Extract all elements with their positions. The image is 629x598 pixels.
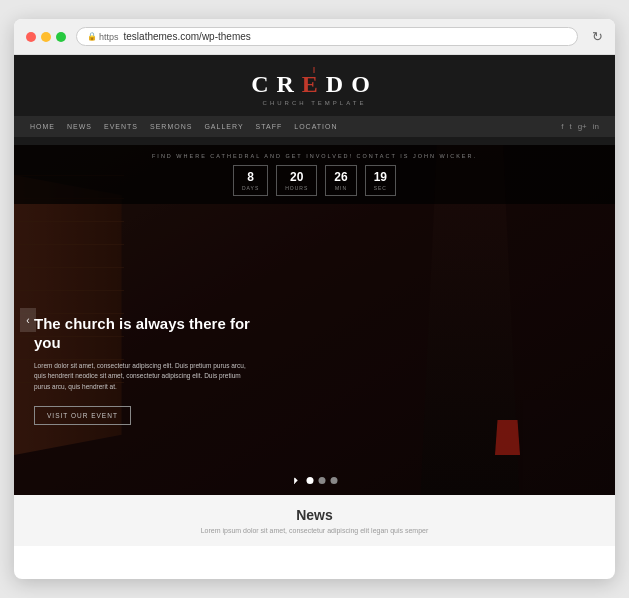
- countdown-minutes: 26 MIN: [325, 165, 356, 196]
- nav-links: HOME NEWS EVENTS SERMONS GALLERY STAFF L…: [30, 123, 338, 130]
- countdown-hours-label: HOURS: [285, 185, 308, 191]
- traffic-light-red[interactable]: [26, 32, 36, 42]
- countdown-days: 8 DAYS: [233, 165, 268, 196]
- traffic-light-yellow[interactable]: [41, 32, 51, 42]
- logo-text-after: DO: [326, 71, 378, 97]
- countdown-subtitle: FIND WHERE CATHEDRAL AND GET INVOLVED! C…: [152, 153, 477, 159]
- countdown-hours: 20 HOURS: [276, 165, 317, 196]
- nav-staff[interactable]: STAFF: [256, 123, 283, 130]
- lock-icon: 🔒: [87, 32, 97, 41]
- hero-section: FIND WHERE CATHEDRAL AND GET INVOLVED! C…: [14, 145, 615, 495]
- refresh-button[interactable]: ↻: [592, 29, 603, 44]
- https-badge: 🔒 https: [87, 32, 119, 42]
- logo-text-before: CR: [251, 71, 302, 97]
- logo-text-accent: E: [302, 71, 326, 97]
- url-text: teslathemes.com/wp-themes: [124, 31, 251, 42]
- site-header: CREDO CHURCH TEMPLATE HOME NEWS EVENTS S…: [14, 55, 615, 145]
- nav-location[interactable]: LOCATION: [294, 123, 337, 130]
- linkedin-icon[interactable]: in: [593, 122, 599, 131]
- facebook-icon[interactable]: f: [561, 122, 563, 131]
- nav-gallery[interactable]: GALLERY: [204, 123, 243, 130]
- traffic-light-green[interactable]: [56, 32, 66, 42]
- nav-news[interactable]: NEWS: [67, 123, 92, 130]
- visit-event-button[interactable]: VISIT OUR EVENT: [34, 406, 131, 425]
- countdown-seconds-label: SEC: [374, 185, 387, 191]
- slider-dot-3[interactable]: [330, 477, 337, 484]
- traffic-lights: [26, 32, 66, 42]
- logo-tagline: CHURCH TEMPLATE: [263, 100, 367, 106]
- news-body: Lorem ipsum dolor sit amet, consectetur …: [34, 527, 595, 534]
- social-icons: f t g+ in: [561, 122, 599, 131]
- slider-dot-1[interactable]: [306, 477, 313, 484]
- hero-content: The church is always there for you Lorem…: [34, 314, 254, 425]
- slider-dot-2[interactable]: [318, 477, 325, 484]
- website-content: CREDO CHURCH TEMPLATE HOME NEWS EVENTS S…: [14, 55, 615, 579]
- slider-dots: ⏵: [292, 475, 337, 485]
- countdown-days-number: 8: [247, 170, 254, 184]
- address-bar[interactable]: 🔒 https teslathemes.com/wp-themes: [76, 27, 578, 46]
- countdown-boxes: 8 DAYS 20 HOURS 26 MIN 19 SEC: [233, 165, 396, 196]
- hero-heading: The church is always there for you: [34, 314, 254, 353]
- site-nav: HOME NEWS EVENTS SERMONS GALLERY STAFF L…: [14, 116, 615, 137]
- nav-home[interactable]: HOME: [30, 123, 55, 130]
- countdown-minutes-number: 26: [334, 170, 347, 184]
- protocol-label: https: [99, 32, 119, 42]
- previous-slide-button[interactable]: ‹: [20, 308, 36, 332]
- countdown-seconds-number: 19: [374, 170, 387, 184]
- google-plus-icon[interactable]: g+: [578, 122, 587, 131]
- nav-events[interactable]: EVENTS: [104, 123, 138, 130]
- logo-area: CREDO CHURCH TEMPLATE: [251, 71, 378, 106]
- news-title: News: [34, 507, 595, 523]
- site-logo[interactable]: CREDO: [251, 71, 378, 98]
- slider-play-icon[interactable]: ⏵: [292, 475, 301, 485]
- countdown-hours-number: 20: [290, 170, 303, 184]
- countdown-days-label: DAYS: [242, 185, 259, 191]
- browser-window: 🔒 https teslathemes.com/wp-themes ↻ CRED…: [14, 19, 615, 579]
- countdown-bar: FIND WHERE CATHEDRAL AND GET INVOLVED! C…: [14, 145, 615, 204]
- nav-sermons[interactable]: SERMONS: [150, 123, 192, 130]
- hero-body: Lorem dolor sit amet, consectetur adipis…: [34, 361, 254, 392]
- countdown-minutes-label: MIN: [335, 185, 347, 191]
- countdown-seconds: 19 SEC: [365, 165, 396, 196]
- figure-red-accent: [495, 420, 520, 455]
- news-section: News Lorem ipsum dolor sit amet, consect…: [14, 495, 615, 546]
- twitter-icon[interactable]: t: [569, 122, 571, 131]
- browser-chrome: 🔒 https teslathemes.com/wp-themes ↻: [14, 19, 615, 55]
